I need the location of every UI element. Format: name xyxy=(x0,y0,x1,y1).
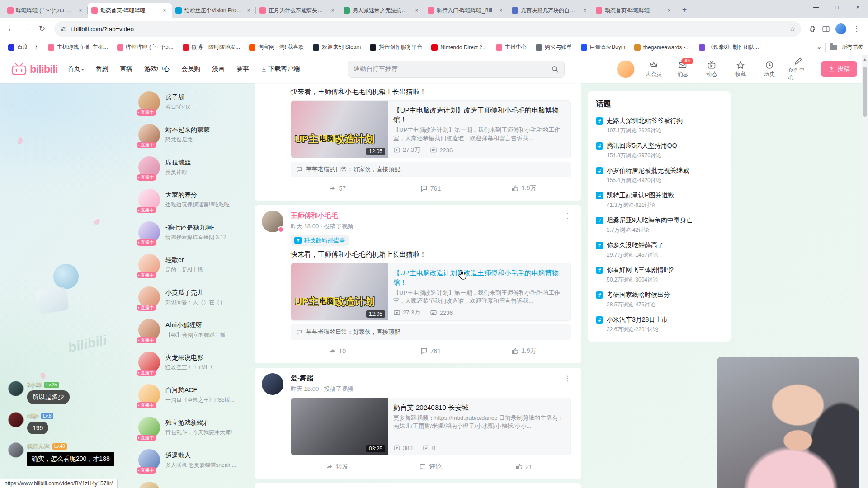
search-box[interactable] xyxy=(348,61,565,78)
live-streamer-item[interactable]: ●直播中 站不起来的蒙蒙 恐龙也是龙 xyxy=(136,118,252,151)
browser-tab[interactable]: 正月为什么不能剪头发? 【 × xyxy=(256,3,340,18)
browser-tab[interactable]: 动态首页-哔哩哔哩 × xyxy=(88,3,172,18)
video-card[interactable]: 03:25 奶言艾-20240310-长安城 更多舞蹈视频：https://mb… xyxy=(291,398,571,455)
bookmark-item[interactable]: 欢迎来到 Steam xyxy=(309,42,364,53)
live-streamer-item[interactable]: ●直播中 逍遥散人 多人联机 恶灵躲猫猫sneak ... xyxy=(136,444,252,476)
user-avatar[interactable] xyxy=(617,60,635,78)
live-streamer-item[interactable]: ●直播中 小黄瓜子壳儿 知识问答：大（）在（） xyxy=(136,281,252,314)
topic-item[interactable]: # 你看好网飞三体剧情吗? 50.2万浏览·3004讨论 xyxy=(596,263,722,287)
live-streamer-item[interactable]: ●直播中 菠萝赛东° xyxy=(136,476,252,488)
all-bookmarks-label[interactable]: 所有书签 xyxy=(842,43,863,51)
profile-avatar[interactable] xyxy=(835,23,846,34)
video-thumbnail[interactable]: 03:25 xyxy=(291,398,388,455)
live-streamer-item[interactable]: ●直播中 火龙果说电影 狂攻圣三！！+ML！ xyxy=(136,346,252,379)
topic-title[interactable]: 凯特王妃承认P图并道歉 xyxy=(607,192,674,200)
browser-tab[interactable]: 哔哩哔哩 ( ´･-･)つロ 干杯 × xyxy=(4,3,88,18)
reload-button[interactable]: ↻ xyxy=(34,21,50,37)
tab-close-icon[interactable]: × xyxy=(665,7,673,14)
bookmark-item[interactable]: thegameawards -... xyxy=(631,42,693,52)
tab-close-icon[interactable]: × xyxy=(245,7,252,14)
minimize-button[interactable]: — xyxy=(806,0,826,14)
menu-icon[interactable]: ⋮ xyxy=(852,24,862,34)
avatar[interactable] xyxy=(262,373,283,395)
topic-item[interactable]: # 考研国家线啥时候出分 28.5万浏览·476讨论 xyxy=(596,287,722,312)
scrollbar-thumb[interactable] xyxy=(863,67,867,117)
topic-item[interactable]: # 你多久没吃钟薛高了 29.7万浏览·1467讨论 xyxy=(596,238,722,263)
video-card[interactable]: UP主电脑改造计划 12:05 【UP主电脑改造计划】改造王师傅和小毛毛的电脑博… xyxy=(291,263,571,321)
browser-tab[interactable]: 动态首页-哔哩哔哩 × xyxy=(592,3,676,18)
live-streamer-item[interactable]: ●直播中 -糖七还是糖九啊- 情感接着爆炸直播间 3.12 xyxy=(136,216,252,249)
topic-item[interactable]: # 小米汽车3月28日上市 32.6万浏览·2201讨论 xyxy=(596,312,722,337)
page-scrollbar[interactable]: ▲ xyxy=(862,55,868,488)
header-item-messages[interactable]: 99+ 消息 xyxy=(673,61,693,78)
header-item-dynamic[interactable]: 动态 xyxy=(702,61,722,78)
nav-item[interactable]: 游戏中心 xyxy=(144,65,170,73)
topic-title[interactable]: 你看好网飞三体剧情吗? xyxy=(607,266,674,274)
header-item-vip[interactable]: 大会员 xyxy=(644,61,664,78)
video-title[interactable]: 【UP主电脑改造计划】改造王师傅和小毛毛的电脑博物馆！ xyxy=(393,105,565,124)
nav-item[interactable]: 直播 xyxy=(120,65,132,73)
browser-tab[interactable]: 几百块跟几万块的自行车 × xyxy=(508,3,592,18)
bookmark-item[interactable]: 微博 – 随时随地发... xyxy=(179,42,244,53)
author-name[interactable]: 王师傅和小毛毛 xyxy=(291,211,554,220)
tab-close-icon[interactable]: × xyxy=(497,7,505,14)
quote-bar[interactable]: 芊芊老猫的日常：好家伙，直接顶配 xyxy=(291,162,571,177)
like-button[interactable]: 1.9万 xyxy=(477,344,571,358)
video-title[interactable]: 奶言艾-20240310-长安城 xyxy=(393,403,565,412)
bookmark-item[interactable]: 哔哩哔哩 ( ´･-･)つ... xyxy=(113,42,177,53)
topic-title[interactable]: 腾讯回应5亿人坚持用QQ xyxy=(607,142,677,150)
back-button[interactable]: ← xyxy=(4,21,19,37)
search-input[interactable] xyxy=(354,66,551,73)
author-name[interactable]: 爱-舞蹈 xyxy=(291,374,554,383)
nav-item[interactable]: 下载客户端 xyxy=(261,65,300,73)
live-streamer-item[interactable]: ●直播中 席拉瑞丝 英灵神殿 xyxy=(136,151,252,183)
bookmark-item[interactable]: 巨量百应Buyin xyxy=(577,42,629,53)
topic-title[interactable]: 走路去深圳北站爷爷被行拘 xyxy=(607,117,683,125)
nav-item[interactable]: 首页 ▾ xyxy=(67,65,84,73)
browser-tab[interactable]: 骑行入门-哔哩哔哩_Bili × xyxy=(424,3,508,18)
comment-button[interactable]: 761 xyxy=(384,344,477,358)
forward-button[interactable]: → xyxy=(19,21,34,37)
tab-close-icon[interactable]: × xyxy=(413,7,420,14)
tab-close-icon[interactable]: × xyxy=(161,7,168,14)
topic-item[interactable]: # 腾讯回应5亿人坚持用QQ 154.8万浏览·3976讨论 xyxy=(596,138,722,163)
topic-title[interactable]: 小罗伯特唐尼被批无视关继威 xyxy=(607,167,689,175)
bookmark-overflow-chevron[interactable]: » xyxy=(817,44,821,51)
topic-badge[interactable]: #科技数码那些事 xyxy=(291,235,349,246)
topic-title[interactable]: 坦桑尼亚9人吃海龟肉中毒身亡 xyxy=(607,216,693,225)
nav-item[interactable]: 赛事 xyxy=(236,65,249,73)
url-text[interactable]: t.bilibili.com/?tab=video xyxy=(71,26,786,33)
header-item-creator[interactable]: 创作中心 xyxy=(788,56,808,82)
video-title[interactable]: 【UP主电脑改造计划】改造王师傅和小毛毛的电脑博物馆！ xyxy=(393,268,565,287)
avatar[interactable] xyxy=(262,211,283,232)
more-options-icon[interactable]: ⋮ xyxy=(561,211,574,221)
header-item-favorites[interactable]: 收藏 xyxy=(731,61,750,78)
topic-item[interactable]: # 走路去深圳北站爷爷被行拘 107.1万浏览·2625讨论 xyxy=(596,113,722,138)
video-thumbnail[interactable]: UP主电脑改造计划 12:05 xyxy=(291,101,388,158)
live-streamer-item[interactable]: ●直播中 白河愁ACE 一周目《圣兽之王》PS5版... xyxy=(136,379,252,411)
new-tab-button[interactable]: + xyxy=(678,4,691,17)
upload-button[interactable]: 投稿 xyxy=(821,61,857,77)
share-button[interactable]: 10 xyxy=(291,344,384,358)
search-icon[interactable] xyxy=(551,66,559,73)
extensions-icon[interactable] xyxy=(808,25,816,33)
tab-close-icon[interactable]: × xyxy=(581,7,589,14)
topic-title[interactable]: 考研国家线啥时候出分 xyxy=(607,291,670,299)
nav-item[interactable]: 番剧 xyxy=(95,65,108,73)
like-button[interactable]: 21 xyxy=(477,460,571,474)
bookmark-item[interactable]: 主机游戏直播_主机... xyxy=(44,42,112,53)
bookmark-item[interactable]: 主播中心 xyxy=(492,42,530,53)
bookmark-item[interactable]: 《铁拳8》制作团队... xyxy=(695,42,763,53)
nav-item[interactable]: 漫画 xyxy=(212,65,225,73)
comment-button[interactable]: 评论 xyxy=(384,460,477,474)
live-streamer-item[interactable]: ●直播中 独立游戏新蝎君 背包乱斗，今天我要冲大师! xyxy=(136,411,252,444)
topic-item[interactable]: # 小罗伯特唐尼被批无视关继威 155.4万浏览·4920讨论 xyxy=(596,163,722,188)
tab-close-icon[interactable]: × xyxy=(77,7,84,14)
close-button[interactable]: × xyxy=(847,0,868,14)
topic-title[interactable]: 小米汽车3月28日上市 xyxy=(607,316,668,324)
side-panel-icon[interactable] xyxy=(822,25,830,33)
video-card[interactable]: UP主电脑改造计划 12:05 【UP主电脑改造计划】改造王师傅和小毛毛的电脑博… xyxy=(291,100,571,158)
share-button[interactable]: 57 xyxy=(291,182,384,195)
live-streamer-item[interactable]: ●直播中 轻歌er 是的，是AI主播 xyxy=(136,249,252,281)
bookmark-item[interactable]: 淘宝网 - 淘! 我喜欢 xyxy=(245,42,307,53)
